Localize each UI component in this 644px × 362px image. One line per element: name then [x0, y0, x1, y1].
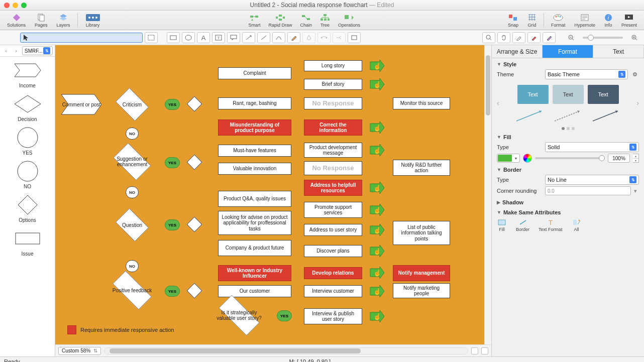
- border-type-select[interactable]: No Line⇅: [545, 175, 639, 185]
- node-qa[interactable]: Product Q&A, quality issues: [218, 191, 291, 207]
- style-swatch-3[interactable]: Text: [588, 85, 619, 104]
- node-misunderstanding[interactable]: Misunderstanding of product purpose: [218, 119, 291, 136]
- arrow-style-2[interactable]: [553, 108, 584, 123]
- node-correct-info[interactable]: Correct the information: [304, 119, 362, 136]
- zoom-slider[interactable]: [583, 37, 623, 39]
- node-valuable[interactable]: Valuable innovation: [218, 163, 291, 175]
- node-address-resources[interactable]: Address to helpfull resources: [304, 180, 362, 196]
- node-publish[interactable]: Interview & publish user story: [304, 308, 362, 324]
- node-develop[interactable]: Develop relations: [304, 267, 362, 279]
- zoom-tool[interactable]: [482, 32, 495, 43]
- shape-yes[interactable]: [14, 128, 42, 147]
- vertical-scrollbar[interactable]: [484, 45, 491, 344]
- marquee-tool[interactable]: [145, 32, 158, 43]
- node-strategic[interactable]: Is it strategically valuable user story?: [214, 301, 264, 329]
- node-future[interactable]: Company & product future: [218, 240, 291, 256]
- action-arrow[interactable]: ☝: [370, 245, 385, 258]
- library-forward-icon[interactable]: ›: [12, 47, 20, 55]
- node-suggestion[interactable]: Suggestion or enhancement: [112, 146, 153, 178]
- shape-options[interactable]: [14, 195, 42, 214]
- node-discover[interactable]: Discover plans: [304, 245, 362, 257]
- format-toolbar-button[interactable]: Format: [547, 12, 570, 29]
- pages-button[interactable]: Pages: [31, 12, 52, 29]
- snap-button[interactable]: Snap: [504, 12, 522, 29]
- branch-tool[interactable]: [333, 32, 346, 43]
- highlighter-tool[interactable]: [543, 32, 556, 43]
- text-tool[interactable]: A: [197, 32, 210, 43]
- action-arrow[interactable]: ☝: [370, 266, 385, 279]
- opacity-value[interactable]: 100%: [608, 154, 630, 163]
- library-button[interactable]: Library: [81, 12, 105, 29]
- zoom-in-icon[interactable]: [628, 32, 641, 43]
- view-mode-2[interactable]: [481, 347, 488, 354]
- pencil-tool[interactable]: [287, 32, 300, 43]
- action-arrow[interactable]: ☝: [370, 203, 385, 216]
- same-text-button[interactable]: TText Format: [539, 218, 563, 232]
- smart-button[interactable]: Smart: [244, 12, 264, 29]
- hand-tool[interactable]: [497, 32, 510, 43]
- eyedropper-tool[interactable]: [512, 32, 525, 43]
- textbox-tool[interactable]: T: [212, 32, 225, 43]
- corner-input[interactable]: 0.0: [545, 186, 631, 195]
- node-no-response[interactable]: No Response: [304, 97, 362, 109]
- mini-diamond[interactable]: [189, 219, 200, 230]
- action-arrow[interactable]: ☝: [370, 59, 385, 72]
- node-notify-mkt[interactable]: Notify marketing people: [393, 283, 450, 298]
- grid-button[interactable]: Grid: [523, 12, 541, 29]
- node-promote[interactable]: Promote support services: [304, 202, 362, 218]
- node-talking-points[interactable]: List of public information talking point…: [393, 221, 450, 245]
- rapid-draw-button[interactable]: Rapid Draw: [264, 12, 296, 29]
- action-arrow[interactable]: ☝: [370, 285, 385, 298]
- shape-income[interactable]: [14, 61, 42, 80]
- node-our-customer[interactable]: Our customer: [218, 285, 291, 297]
- library-select[interactable]: SMRF...⇅: [22, 46, 53, 55]
- gear-icon[interactable]: ⚙: [631, 70, 639, 78]
- callout-tool[interactable]: [227, 32, 240, 43]
- section-toggle-border[interactable]: ▼Border: [497, 167, 639, 173]
- arrow-style-3[interactable]: [591, 108, 622, 123]
- node-user-story[interactable]: Address to user story: [304, 224, 362, 236]
- node-complaint[interactable]: Complaint: [218, 67, 291, 79]
- shape-decision[interactable]: [14, 94, 42, 113]
- node-advise[interactable]: Looking for advise on product applicabil…: [218, 211, 291, 235]
- action-arrow[interactable]: ☝: [370, 121, 385, 134]
- section-toggle-same[interactable]: ▼Make Same Attributes: [497, 209, 639, 215]
- same-all-button[interactable]: All: [572, 218, 582, 232]
- mini-diamond[interactable]: [189, 157, 200, 168]
- tab-text[interactable]: Text: [593, 45, 644, 58]
- node-interview[interactable]: Interview customer: [304, 285, 362, 297]
- shape-issue[interactable]: [14, 229, 42, 248]
- shape-tool[interactable]: [348, 32, 361, 43]
- node-notify-rd[interactable]: Notify R&D further action: [393, 160, 450, 176]
- mini-diamond[interactable]: [189, 98, 200, 109]
- section-toggle-style[interactable]: ▼Style: [497, 61, 639, 67]
- tab-arrange[interactable]: Arrange & Size: [492, 45, 543, 58]
- pointer-tool[interactable]: [20, 33, 143, 43]
- node-no-response-2[interactable]: No Response: [304, 161, 362, 175]
- view-mode-1[interactable]: [471, 347, 478, 354]
- fill-color-well[interactable]: ▾: [497, 154, 520, 163]
- horizontal-scrollbar[interactable]: [104, 347, 468, 354]
- canvas[interactable]: Comment or post Criticism YES NO Complai…: [55, 45, 484, 344]
- info-button[interactable]: iInfo: [600, 12, 616, 29]
- same-fill-button[interactable]: Fill: [497, 218, 507, 232]
- solutions-button[interactable]: Solutions: [3, 12, 30, 29]
- node-positive[interactable]: Positive feedback: [109, 276, 156, 304]
- style-swatch-1[interactable]: Text: [517, 85, 549, 104]
- connector-tool[interactable]: [317, 32, 331, 43]
- layers-button[interactable]: Layers: [53, 12, 74, 29]
- tab-format[interactable]: Format: [543, 45, 593, 58]
- opacity-slider[interactable]: [535, 157, 605, 159]
- color-wheel-icon[interactable]: [523, 154, 532, 163]
- ellipse-tool[interactable]: [182, 32, 195, 43]
- node-criticism[interactable]: Criticism: [115, 89, 150, 119]
- action-arrow[interactable]: ☝: [370, 181, 385, 194]
- node-monitor[interactable]: Monitor this source: [393, 97, 450, 109]
- node-start[interactable]: Comment or post: [60, 93, 102, 115]
- mini-diamond[interactable]: [189, 285, 200, 296]
- line-tool[interactable]: [257, 32, 270, 43]
- present-button[interactable]: Present: [617, 12, 641, 29]
- same-border-button[interactable]: Border: [516, 218, 529, 232]
- node-notify-mgmt[interactable]: Notify management: [393, 265, 450, 281]
- zoom-select[interactable]: Custom 58%⇅: [58, 347, 101, 355]
